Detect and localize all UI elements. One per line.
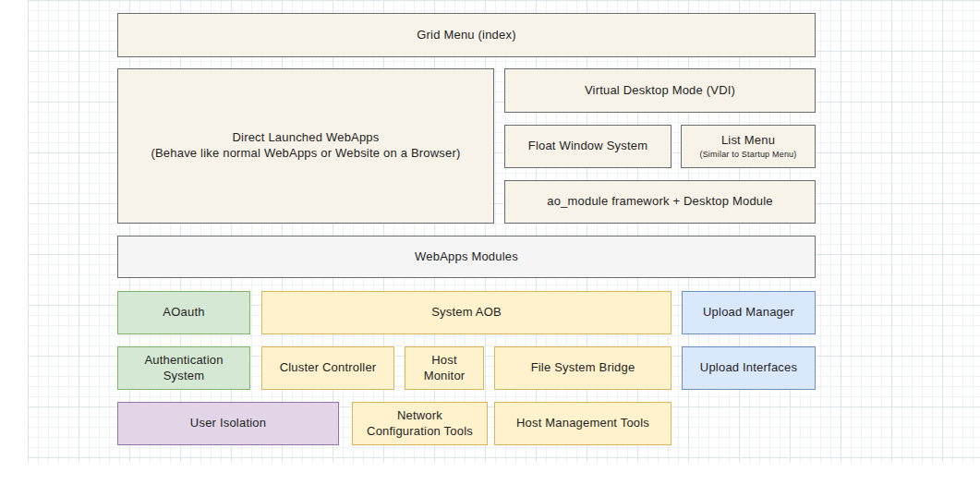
node-host-management-tools: Host Management Tools [494, 402, 671, 445]
node-direct-launched-webapps-sublabel: (Behave like normal WebApps or Website o… [151, 146, 460, 162]
node-webapps-modules-label: WebApps Modules [415, 249, 518, 265]
node-aoauth-label: AOauth [163, 305, 204, 321]
node-direct-launched-webapps-label: Direct Launched WebApps [232, 130, 379, 146]
node-network-configuration-tools-label: Network Configuration Tools [360, 408, 479, 440]
node-ao-module-framework-label: ao_module framework + Desktop Module [547, 194, 773, 210]
node-cluster-controller-label: Cluster Controller [280, 360, 377, 376]
node-host-monitor: Host Monitor [405, 346, 484, 390]
node-authentication-system-label: Authentication System [126, 353, 242, 384]
node-float-window-system-label: Float Window System [528, 139, 648, 154]
node-list-menu-sublabel: (Similar to Startup Menu) [699, 149, 796, 161]
node-float-window-system: Float Window System [504, 125, 671, 168]
node-list-menu-label: List Menu [721, 133, 775, 149]
node-ao-module-framework: ao_module framework + Desktop Module [504, 180, 816, 224]
node-aoauth: AOauth [117, 291, 250, 334]
node-virtual-desktop-mode-label: Virtual Desktop Mode (VDI) [585, 83, 735, 99]
node-webapps-modules: WebApps Modules [117, 236, 816, 278]
node-system-aob: System AOB [261, 291, 671, 334]
node-file-system-bridge: File System Bridge [494, 346, 671, 390]
node-authentication-system: Authentication System [117, 346, 250, 390]
node-grid-menu-label: Grid Menu (index) [417, 28, 515, 43]
node-upload-manager-label: Upload Manager [703, 305, 794, 321]
node-upload-interfaces: Upload Interfaces [682, 346, 816, 390]
node-virtual-desktop-mode: Virtual Desktop Mode (VDI) [504, 68, 816, 113]
node-user-isolation-label: User Isolation [190, 416, 266, 431]
node-host-management-tools-label: Host Management Tools [516, 416, 649, 431]
node-grid-menu: Grid Menu (index) [117, 13, 816, 57]
node-list-menu: List Menu (Similar to Startup Menu) [681, 125, 816, 168]
node-upload-interfaces-label: Upload Interfaces [700, 360, 797, 376]
node-network-configuration-tools: Network Configuration Tools [352, 402, 488, 445]
node-cluster-controller: Cluster Controller [261, 346, 394, 390]
node-user-isolation: User Isolation [117, 402, 339, 445]
node-system-aob-label: System AOB [431, 305, 502, 321]
node-upload-manager: Upload Manager [682, 291, 816, 334]
node-host-monitor-label: Host Monitor [413, 353, 476, 384]
diagram-page: { "diagram": { "nodes": { "grid_menu": {… [0, 0, 980, 485]
node-file-system-bridge-label: File System Bridge [531, 360, 635, 376]
node-direct-launched-webapps: Direct Launched WebApps (Behave like nor… [117, 68, 494, 224]
